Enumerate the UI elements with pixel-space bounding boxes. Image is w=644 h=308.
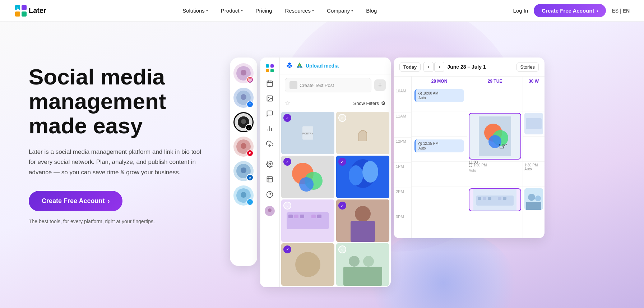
timeslot-28-1pm <box>412 162 467 187</box>
navbar: L Later Solutions ▾ Product ▾ Pricing Re… <box>0 0 644 22</box>
arrow-right-icon: › <box>107 197 110 205</box>
next-week-button[interactable]: › <box>434 62 444 72</box>
svg-point-38 <box>268 208 272 212</box>
lang-en[interactable]: EN <box>623 8 630 14</box>
event-label: Auto <box>418 96 461 100</box>
profile-facebook[interactable]: f <box>233 88 254 108</box>
media-thumb[interactable]: ✓ <box>336 199 389 242</box>
svg-rect-1 <box>22 5 27 10</box>
calendar-event[interactable]: 10:00 AM Auto <box>414 89 464 102</box>
profile-tiktok[interactable]: ♪ <box>233 112 254 132</box>
timeslot-30-10am <box>523 86 545 111</box>
show-filters-button[interactable]: Show Filters ⚙ <box>353 100 386 106</box>
login-button[interactable]: Log In <box>513 8 528 14</box>
analytics-icon[interactable] <box>263 122 276 135</box>
svg-rect-58 <box>317 215 321 218</box>
today-button[interactable]: Today <box>399 63 421 72</box>
calendar-panel: Today ‹ › June 28 – July 1 Stories 10AM … <box>394 58 545 238</box>
media-thumb[interactable]: ○ <box>281 199 334 242</box>
time-slot-3pm: 3PM <box>394 213 411 238</box>
svg-point-50 <box>362 161 378 183</box>
partial-thumb-30[interactable] <box>524 113 543 134</box>
star-icon[interactable]: ☆ <box>285 99 291 107</box>
col-header-29: 29 TUE <box>467 77 523 86</box>
filters-row: ☆ Show Filters ⚙ <box>280 96 391 110</box>
nav-blog[interactable]: Blog <box>361 5 382 17</box>
svg-rect-53 <box>288 215 293 218</box>
svg-rect-2 <box>15 12 20 17</box>
lab-icon[interactable] <box>263 173 276 186</box>
svg-point-9 <box>251 79 251 79</box>
nav-solutions[interactable]: Solutions ▾ <box>177 5 213 17</box>
col-header-30: 30 W <box>523 77 545 86</box>
profile-twitter[interactable]: 🐦 <box>233 185 254 206</box>
media-check: ○ <box>338 245 346 253</box>
lang-es[interactable]: ES <box>612 8 618 14</box>
svg-rect-59 <box>323 215 327 218</box>
profile-linkedin[interactable]: in <box>233 161 254 181</box>
calendar-icon[interactable] <box>263 77 276 90</box>
settings-icon[interactable] <box>263 158 276 171</box>
profile-pinterest[interactable]: P <box>233 137 254 157</box>
nav-pricing[interactable]: Pricing <box>251 5 277 17</box>
media-thumb[interactable]: ○ <box>336 243 389 286</box>
media-icon[interactable] <box>263 92 276 105</box>
hero-tagline: The best tools, for every platform, righ… <box>29 219 208 224</box>
keyboard-cal-thumb <box>469 189 520 211</box>
auto-badge: 10:00 AM <box>418 91 438 95</box>
user-avatar-bottom[interactable] <box>265 206 275 217</box>
media-panel-toolbar: Create Text Post + <box>280 74 391 96</box>
hero-title: Social media management made easy <box>29 65 208 138</box>
chat-icon[interactable] <box>263 107 276 120</box>
prev-week-button[interactable]: ‹ <box>423 62 434 72</box>
media-thumb[interactable]: ✓ POETRY <box>281 112 334 154</box>
media-thumb[interactable]: ✓ <box>336 156 389 198</box>
svg-rect-86 <box>526 118 542 129</box>
timeslot-30-2pm <box>523 187 545 212</box>
col-header-28: 28 MON <box>412 77 467 86</box>
media-thumb[interactable]: ○ <box>336 112 389 154</box>
create-text-post-button[interactable]: Create Text Post <box>285 78 371 92</box>
help-icon[interactable] <box>263 188 276 201</box>
nav-cta-button[interactable]: Create Free Account › <box>534 4 606 17</box>
media-thumb[interactable]: ✓ <box>281 243 334 286</box>
timeslot-29-11am: 11:00 <box>467 111 523 162</box>
svg-rect-90 <box>526 202 541 210</box>
google-drive-icon <box>296 62 304 70</box>
logo[interactable]: L Later <box>14 4 46 17</box>
scheduled-thumb-29b[interactable] <box>469 188 521 211</box>
day-columns: 28 MON 10:00 AM Auto <box>412 77 545 238</box>
add-media-button[interactable]: + <box>374 79 386 91</box>
media-check-active: ✓ <box>283 158 291 166</box>
download-icon[interactable] <box>263 137 276 150</box>
hero-cta-button[interactable]: Create Free Account › <box>29 191 122 211</box>
scheduled-thumb-29[interactable] <box>469 113 521 160</box>
upload-media-button[interactable]: Upload media <box>306 63 339 69</box>
svg-rect-81 <box>493 197 496 200</box>
media-thumb[interactable]: ✓ <box>281 156 334 198</box>
text-post-icon <box>289 81 297 89</box>
time-slot-11am: 11AM <box>394 112 411 138</box>
nav-product[interactable]: Product ▾ <box>216 5 248 17</box>
timeslot-29-10am <box>467 86 523 111</box>
nav-right: Log In Create Free Account › ES | EN <box>513 4 630 17</box>
nav-company[interactable]: Company ▾ <box>322 5 358 17</box>
svg-point-34 <box>269 164 271 165</box>
calendar-event[interactable]: 12:35 PM Auto <box>414 139 464 152</box>
svg-rect-21 <box>270 64 274 68</box>
sidebar-divider <box>265 154 274 154</box>
svg-rect-62 <box>351 221 375 242</box>
svg-text:POETRY: POETRY <box>302 132 314 135</box>
time-slot-10am: 10AM <box>394 87 411 112</box>
timeslot-29-1pm: 1:30 PM Auto <box>467 162 523 187</box>
media-check: ○ <box>283 202 291 210</box>
svg-rect-83 <box>503 197 506 200</box>
time-slot-12pm: 12PM <box>394 138 411 163</box>
stories-button[interactable]: Stories <box>516 63 539 72</box>
svg-point-11 <box>241 94 246 100</box>
later-logo-sidebar[interactable] <box>263 62 276 75</box>
nav-resources[interactable]: Resources ▾ <box>280 5 319 17</box>
partial-thumb-30b[interactable] <box>524 188 543 210</box>
svg-point-17 <box>241 167 246 173</box>
profile-instagram[interactable] <box>233 63 254 83</box>
